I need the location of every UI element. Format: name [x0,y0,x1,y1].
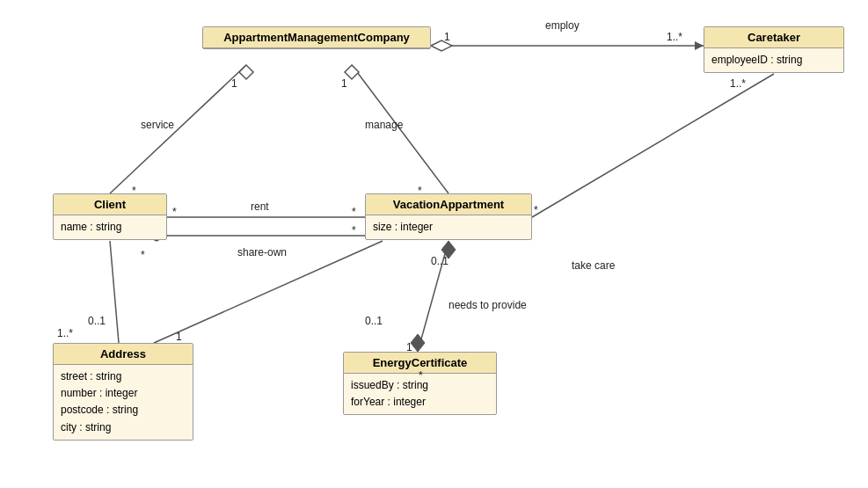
label-take-care: take care [572,259,615,272]
mult-service-client: * [132,185,136,197]
mult-service-amc: 1 [231,77,237,90]
mult-employ-caretaker: 1..* [667,31,682,43]
mult-employ-amc: 1 [444,31,450,43]
svg-marker-4 [239,65,253,79]
label-share-own: share-own [237,246,287,259]
svg-line-11 [110,241,119,343]
attr-name: name : string [61,219,159,236]
box-body-address: street : string number : integer postcod… [54,365,193,440]
mult-va-ec-va: 0..1 [431,255,449,267]
mult-takecare-va: * [534,204,538,216]
box-address: Address street : string number : integer… [53,343,193,441]
mult-manage-amc: 1 [341,77,347,90]
mult-rent-client: * [172,206,177,218]
mult-shareown-client: * [141,249,145,261]
attr-postcode: postcode : string [61,402,186,419]
box-title-client: Client [54,194,166,215]
label-employ: employ [545,19,580,32]
label-rent: rent [251,200,269,213]
mult-shareown-va: * [352,224,356,237]
mult-client-address-client: 0..1 [88,315,106,327]
box-caretaker: Caretaker employeeID : string [704,26,844,73]
uml-diagram: AppartmentManagementCompany Caretaker em… [0,0,868,488]
attr-foryear: forYear : integer [351,394,489,411]
box-vacation-appartment: VacationAppartment size : integer [365,193,532,240]
box-client: Client name : string [53,193,167,240]
mult-va-address-addr: 1 [176,331,182,343]
label-service: service [141,119,174,131]
attr-city: city : string [61,419,186,436]
label-needs-to-provide: needs to provide [449,299,527,311]
attr-employeeID: employeeID : string [711,52,836,69]
svg-marker-2 [695,41,704,50]
mult-va-ec-ec: 1 [406,341,412,353]
mult-caretaker-bottom: 1..* [730,77,746,90]
attr-size: size : integer [373,219,524,236]
svg-line-10 [532,74,774,217]
box-energy-certificate: EnergyCertificate issuedBy : string forY… [343,352,497,415]
attr-number: number : integer [61,385,186,402]
box-body-vacation-appartment: size : integer [366,215,531,239]
mult-va-address-va: 0..1 [365,315,383,327]
mult-ec-star: * [419,369,423,382]
box-title-caretaker: Caretaker [704,27,843,48]
svg-line-3 [110,65,246,193]
label-manage: manage [365,119,403,131]
box-body-client: name : string [54,215,166,239]
box-title-vacation-appartment: VacationAppartment [366,194,531,215]
box-title-appartment-mgmt: AppartmentManagementCompany [203,27,430,48]
svg-marker-17 [411,334,425,352]
box-appartment-mgmt: AppartmentManagementCompany [202,26,431,49]
mult-rent-va: * [352,206,356,218]
mult-client-address-addr: 1..* [57,327,73,339]
attr-street: street : string [61,368,186,385]
box-title-address: Address [54,344,193,365]
mult-manage-va: * [418,185,422,197]
box-body-caretaker: employeeID : string [704,48,843,72]
